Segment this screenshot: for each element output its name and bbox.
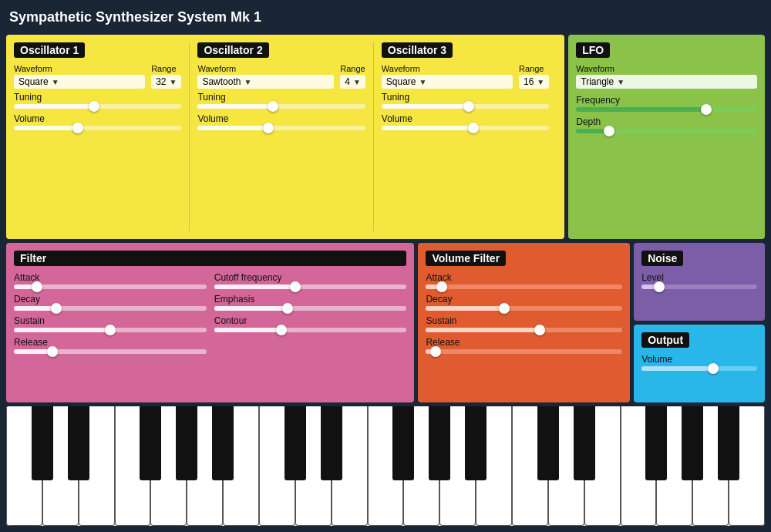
osc3-range-arrow: ▼ <box>537 78 544 86</box>
black-key[interactable] <box>682 406 703 480</box>
filter-sustain-slider[interactable] <box>14 328 207 332</box>
vf-attack-slider[interactable] <box>426 285 622 289</box>
noise-level-slider[interactable] <box>641 285 757 289</box>
black-key[interactable] <box>465 406 487 480</box>
filter-decay-slider[interactable] <box>14 306 207 311</box>
vf-release-slider[interactable] <box>426 349 622 354</box>
noise-panel: Noise Level <box>634 243 765 321</box>
black-key[interactable] <box>718 406 739 480</box>
lfo-title: LFO <box>576 42 610 58</box>
osc3-range-select[interactable]: 16 ▼ <box>519 75 549 89</box>
osc2-volume-group: Volume <box>197 113 365 130</box>
black-key[interactable] <box>645 406 667 480</box>
black-key[interactable] <box>68 406 89 480</box>
osc3-waveform-arrow: ▼ <box>419 78 427 86</box>
filter-cutoff-group: Cutoff frequency <box>214 272 407 289</box>
osc1-tuning-slider[interactable] <box>14 104 181 109</box>
filter-left-col: Attack Decay <box>14 272 207 395</box>
osc3-range-label: Range <box>519 64 549 73</box>
output-volume-slider[interactable] <box>641 366 757 371</box>
osc2-tuning-group: Tuning <box>197 92 365 109</box>
volume-filter-title: Volume Filter <box>426 251 506 266</box>
osc3-waveform-label: Waveform <box>382 64 513 73</box>
output-volume-label: Volume <box>641 354 757 365</box>
filter-cutoff-slider[interactable] <box>214 285 407 289</box>
vf-sustain-label: Sustain <box>426 315 622 326</box>
lfo-frequency-slider[interactable] <box>576 107 757 112</box>
filter-emphasis-slider[interactable] <box>214 306 407 311</box>
osc3-volume-slider[interactable] <box>382 126 549 130</box>
keyboard-area <box>6 406 765 526</box>
black-key[interactable] <box>537 406 559 480</box>
filter-release-slider[interactable] <box>14 349 207 354</box>
filter-attack-label: Attack <box>14 272 207 283</box>
osc2-tuning-slider[interactable] <box>197 104 365 109</box>
oscillator-2-title: Oscillator 2 <box>197 42 268 58</box>
filter-right-col: Cutoff frequency Emphasis <box>214 272 407 395</box>
black-key[interactable] <box>574 406 595 480</box>
osc3-volume-label: Volume <box>382 113 549 124</box>
lfo-panel: LFO Waveform Triangle ▼ Frequency <box>568 35 765 239</box>
filter-decay-label: Decay <box>14 294 207 305</box>
filter-attack-slider[interactable] <box>14 285 207 289</box>
osc3-waveform-select[interactable]: Square ▼ <box>382 75 513 89</box>
osc1-waveform-select[interactable]: Square ▼ <box>14 75 145 89</box>
output-panel: Output Volume <box>634 325 765 402</box>
black-key[interactable] <box>429 406 450 480</box>
osc2-volume-slider[interactable] <box>197 126 365 130</box>
filter-sustain-group: Sustain <box>14 315 207 332</box>
oscillator-2-section: Oscillator 2 Waveform Sawtooth ▼ Range <box>197 42 373 231</box>
black-key[interactable] <box>32 406 53 480</box>
vf-attack-label: Attack <box>426 272 622 283</box>
filter-release-label: Release <box>14 337 207 348</box>
osc3-volume-group: Volume <box>382 113 549 130</box>
osc1-volume-label: Volume <box>14 113 181 124</box>
osc2-range-select[interactable]: 4 ▼ <box>340 75 365 89</box>
osc2-waveform-arrow: ▼ <box>244 78 251 86</box>
oscillator-1-title: Oscillator 1 <box>14 42 85 58</box>
osc3-tuning-slider[interactable] <box>382 104 549 109</box>
black-key[interactable] <box>284 406 306 480</box>
filter-decay-group: Decay <box>14 294 207 311</box>
vf-decay-slider[interactable] <box>426 306 622 311</box>
osc2-range-arrow: ▼ <box>353 78 361 86</box>
lfo-frequency-group: Frequency <box>576 95 757 112</box>
black-key[interactable] <box>392 406 414 480</box>
filter-release-group: Release <box>14 337 207 354</box>
osc1-volume-slider[interactable] <box>14 126 181 130</box>
lfo-depth-label: Depth <box>576 116 757 127</box>
osc1-range-select[interactable]: 32 ▼ <box>151 75 181 89</box>
filter-emphasis-group: Emphasis <box>214 294 407 311</box>
lfo-waveform-label: Waveform <box>576 64 757 73</box>
volume-filter-panel: Volume Filter Attack Decay Su <box>418 243 630 402</box>
osc1-range-arrow: ▼ <box>170 78 177 86</box>
osc1-waveform-arrow: ▼ <box>52 78 59 86</box>
osc1-tuning-label: Tuning <box>14 92 181 103</box>
vf-attack-group: Attack <box>426 272 622 289</box>
oscillator-1-section: Oscillator 1 Waveform Square ▼ Range <box>14 42 190 231</box>
right-column: Noise Level Output Volume <box>634 243 765 402</box>
osc2-waveform-select[interactable]: Sawtooth ▼ <box>197 75 334 89</box>
lfo-waveform-select[interactable]: Triangle ▼ <box>576 75 757 89</box>
filter-title: Filter <box>14 251 406 266</box>
black-key[interactable] <box>176 406 197 480</box>
osc2-waveform-label: Waveform <box>197 64 334 73</box>
oscillator-3-section: Oscillator 3 Waveform Square ▼ Range <box>382 42 557 231</box>
app-title: Sympathetic Synthesizer System Mk 1 <box>9 9 261 25</box>
black-key[interactable] <box>140 406 161 480</box>
osc2-tuning-label: Tuning <box>197 92 365 103</box>
lfo-depth-slider[interactable] <box>576 129 757 133</box>
filter-attack-group: Attack <box>14 272 207 289</box>
osc1-tuning-group: Tuning <box>14 92 181 109</box>
black-key[interactable] <box>321 406 342 480</box>
vf-release-label: Release <box>426 337 622 348</box>
output-title: Output <box>641 332 689 348</box>
noise-title: Noise <box>641 251 683 266</box>
vf-decay-group: Decay <box>426 294 622 311</box>
filter-contour-label: Contour <box>214 315 407 326</box>
vf-sustain-slider[interactable] <box>426 328 622 332</box>
filter-contour-slider[interactable] <box>214 328 407 332</box>
osc1-range-label: Range <box>151 64 181 73</box>
black-key[interactable] <box>212 406 234 480</box>
vf-sustain-group: Sustain <box>426 315 622 332</box>
